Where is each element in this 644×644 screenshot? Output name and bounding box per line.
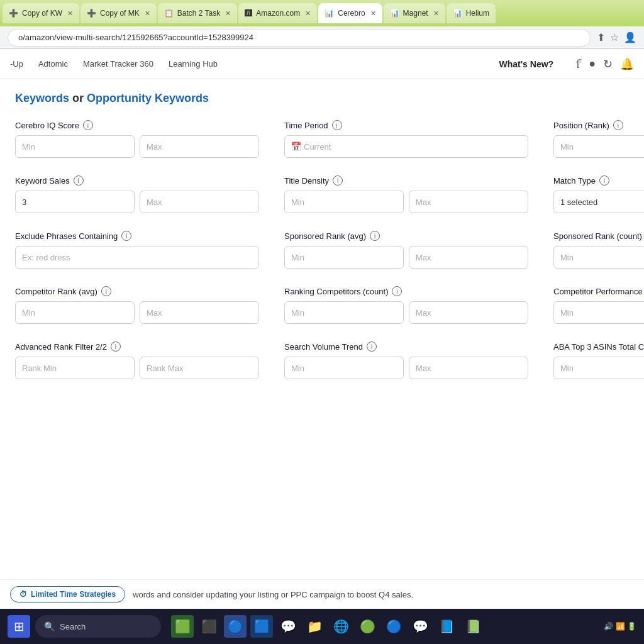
tab-close-2[interactable]: ✕ [145,9,150,18]
tab-cerebro[interactable]: 📊 Cerebro ✕ [318,3,382,23]
search-volume-trend-info[interactable]: i [367,341,377,352]
filter-competitor-rank-avg: Competitor Rank (avg) i [15,286,259,324]
taskbar-app-lasso[interactable]: 🟢 [356,615,379,638]
bell-icon[interactable]: 🔔 [620,57,634,71]
taskbar-tray: 🔊 📶 🔋 [604,622,636,631]
tab-helium[interactable]: 📊 Helium [447,3,496,23]
star-icon[interactable]: ☆ [610,31,619,43]
profile-icon[interactable]: 👤 [624,31,636,43]
advanced-rank-min[interactable] [15,357,135,379]
taskbar-app-messenger[interactable]: 💬 [409,615,431,638]
taskbar-app-files[interactable]: 🟩 [171,615,194,638]
position-rank-min[interactable] [553,135,644,158]
aba-top3-inputs: % % [553,357,644,379]
sponsored-rank-avg-info[interactable]: i [370,231,380,241]
filter-title-density: Title Density i [284,175,528,213]
sponsored-rank-count-min[interactable] [553,246,644,269]
dot-icon: ● [589,57,596,70]
aba-top3-min[interactable] [553,357,644,379]
nav-item-adtomic[interactable]: Adtomic [38,57,68,71]
cerebro-iq-info[interactable]: i [83,120,93,130]
cerebro-iq-label: Cerebro IQ Score i [15,120,259,130]
sponsored-rank-avg-max[interactable] [409,246,528,269]
taskbar-app-facebook[interactable]: 📘 [435,615,458,638]
title-density-info[interactable]: i [333,175,343,186]
taskbar-app-chrome[interactable]: 🔵 [382,615,405,638]
browser-tabs: ➕ Copy of KW ✕ ➕ Copy of MK ✕ 📋 Batch 2 … [0,0,644,26]
taskbar-app-skype[interactable]: 💬 [277,615,299,638]
tab-close-4[interactable]: ✕ [305,9,311,18]
title-density-min[interactable] [284,191,404,213]
taskbar-app-task-view[interactable]: ⬛ [197,615,220,638]
keyword-sales-info[interactable]: i [74,175,84,186]
competitor-rank-avg-max[interactable] [140,301,259,324]
url-input[interactable] [8,29,591,47]
keywords-link[interactable]: Keywords [15,92,69,104]
time-period-input[interactable] [284,135,528,158]
tab-copy-mk[interactable]: ➕ Copy of MK ✕ [80,3,157,23]
sponsored-rank-avg-min[interactable] [284,246,404,269]
limited-time-strategies-button[interactable]: ⏱ Limited Time Strategies [10,586,125,602]
ranking-competitors-info[interactable]: i [392,286,402,296]
tab-close-6[interactable]: ✕ [433,9,439,18]
filter-advanced-rank: Advanced Rank Filter 2/2 i [15,341,259,379]
advanced-rank-info[interactable]: i [111,341,121,352]
search-volume-trend-min[interactable] [284,357,404,379]
position-rank-inputs [553,135,644,158]
title-density-max[interactable] [409,191,528,213]
refresh-icon[interactable]: ↻ [603,57,613,71]
tab-close-1[interactable]: ✕ [67,9,73,18]
facebook-icon[interactable]: 𝕗 [576,57,581,71]
keyword-sales-min[interactable] [15,191,135,213]
taskbar-app-zoom[interactable]: 🔵 [224,615,247,638]
cerebro-iq-min[interactable] [15,135,135,158]
taskbar-app-edge[interactable]: 🌐 [330,615,352,638]
taskbar-app-folder[interactable]: 📁 [303,615,326,638]
filter-aba-top3: ABA Top 3 ASINs Total Click Share i % % [553,341,644,379]
ranking-competitors-min[interactable] [284,301,404,324]
banner-text: words and consider updating your listing… [133,590,413,599]
competitor-rank-avg-min[interactable] [15,301,135,324]
opportunity-keywords-link[interactable]: Opportunity Keywords [87,92,209,104]
position-rank-info[interactable]: i [613,120,623,130]
nav-item-learning-hub[interactable]: Learning Hub [169,57,218,71]
ranking-competitors-inputs [284,301,528,324]
advanced-rank-label: Advanced Rank Filter 2/2 i [15,341,259,352]
time-period-label: Time Period i [284,120,528,130]
tab-icon-7: 📊 [453,9,462,18]
competitor-performance-inputs [553,301,644,324]
tab-copy-kw[interactable]: ➕ Copy of KW ✕ [3,3,79,23]
filter-position-rank: Position (Rank) i [553,120,644,158]
ranking-competitors-label: Ranking Competitors (count) i [284,286,528,296]
match-type-info[interactable]: i [599,175,609,186]
taskbar-app-store[interactable]: 🟦 [250,615,273,638]
cerebro-iq-inputs [15,135,259,158]
nav-item-market-tracker[interactable]: Market Tracker 360 [83,57,153,71]
keyword-sales-inputs [15,191,259,213]
exclude-phrases-info[interactable]: i [121,231,131,241]
whats-new-button[interactable]: What's New? [499,59,554,69]
taskbar-search-bar[interactable]: 🔍 Search [35,615,161,638]
tab-close-3[interactable]: ✕ [225,9,231,18]
tab-amazon[interactable]: 🅰 Amazon.com ✕ [238,3,317,23]
match-type-select[interactable]: 1 selected [553,191,644,213]
keyword-sales-max[interactable] [140,191,259,213]
start-button[interactable]: ⊞ [8,615,30,638]
tab-close-5[interactable]: ✕ [370,9,376,18]
tab-magnet[interactable]: 📊 Magnet ✕ [384,3,445,23]
nav-item-up[interactable]: -Up [10,57,23,71]
address-bar: ⬆ ☆ 👤 [0,26,644,49]
competitor-performance-min[interactable] [553,301,644,324]
sponsored-rank-count-inputs [553,246,644,269]
advanced-rank-max[interactable] [140,357,259,379]
position-rank-label: Position (Rank) i [553,120,644,130]
time-period-info[interactable]: i [332,120,342,130]
share-icon[interactable]: ⬆ [597,31,605,43]
ranking-competitors-max[interactable] [409,301,528,324]
taskbar-app-excel[interactable]: 📗 [462,615,484,638]
search-volume-trend-max[interactable] [409,357,528,379]
competitor-rank-avg-info[interactable]: i [101,286,111,296]
tab-batch-task[interactable]: 📋 Batch 2 Task ✕ [158,3,237,23]
cerebro-iq-max[interactable] [140,135,259,158]
exclude-phrases-input[interactable] [15,246,259,269]
